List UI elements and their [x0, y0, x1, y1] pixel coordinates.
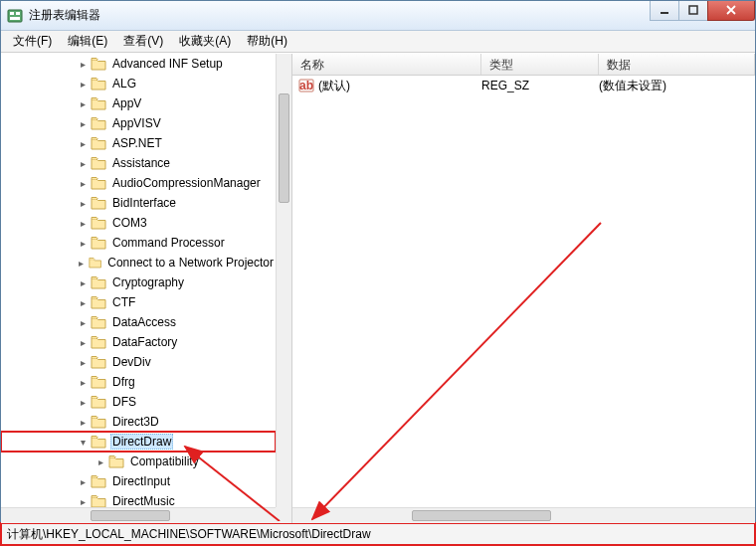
minimize-button[interactable] [650, 1, 679, 21]
tree-node[interactable]: ▸COM3 [1, 213, 276, 233]
chevron-right-icon[interactable]: ▸ [77, 78, 89, 90]
chevron-right-icon[interactable]: ▸ [77, 237, 89, 249]
scrollbar-thumb[interactable] [91, 510, 170, 521]
list-pane: 名称 类型 数据 ab(默认)REG_SZ(数值未设置) [292, 54, 755, 523]
chevron-right-icon[interactable]: ▸ [77, 336, 89, 348]
scrollbar-corner [276, 507, 291, 523]
chevron-right-icon[interactable]: ▸ [77, 257, 87, 269]
maximize-button[interactable] [678, 1, 708, 21]
chevron-right-icon[interactable]: ▸ [77, 58, 89, 70]
tree-view[interactable]: ▸Advanced INF Setup▸ALG▸AppV▸AppVISV▸ASP… [1, 54, 276, 507]
menu-favorites[interactable]: 收藏夹(A) [171, 31, 239, 52]
chevron-right-icon[interactable]: ▸ [77, 177, 89, 189]
tree-node[interactable]: ▸DFS [1, 392, 276, 412]
tree-node-label: Connect to a Network Projector [105, 255, 276, 271]
tree-node[interactable]: ▸DataAccess [1, 312, 276, 332]
chevron-right-icon[interactable]: ▸ [77, 217, 89, 229]
list-view[interactable]: ab(默认)REG_SZ(数值未设置) [292, 76, 755, 523]
tree-node[interactable]: ▸ALG [1, 74, 276, 93]
tree-node-label: BidInterface [110, 195, 178, 211]
tree-node-label: AppV [110, 95, 143, 111]
tree-node[interactable]: ▸DirectInput [1, 471, 276, 491]
chevron-right-icon[interactable]: ▸ [77, 396, 89, 408]
tree-node-label: Command Processor [110, 235, 227, 251]
tree-node[interactable]: ▸Command Processor [1, 233, 276, 253]
svg-rect-0 [8, 10, 22, 22]
chevron-right-icon[interactable]: ▸ [77, 376, 89, 388]
tree-node[interactable]: ▸AudioCompressionManager [1, 173, 276, 193]
tree-node[interactable]: ▸Advanced INF Setup [1, 54, 276, 74]
menu-edit[interactable]: 编辑(E) [60, 31, 115, 52]
tree-node-label: DirectMusic [110, 493, 177, 507]
chevron-right-icon[interactable]: ▸ [77, 97, 89, 109]
tree-node[interactable]: ▸BidInterface [1, 193, 276, 213]
menubar: 文件(F) 编辑(E) 查看(V) 收藏夹(A) 帮助(H) [1, 31, 755, 53]
tree-node-label: AudioCompressionManager [110, 175, 263, 191]
chevron-right-icon[interactable]: ▸ [77, 276, 89, 288]
list-header: 名称 类型 数据 [292, 54, 755, 76]
chevron-right-icon[interactable]: ▸ [77, 316, 89, 328]
tree-node[interactable]: ▸AppV [1, 93, 276, 113]
tree-node-label: ASP.NET [110, 135, 164, 151]
tree-node-label: Compatibility [128, 454, 201, 469]
chevron-right-icon[interactable]: ▸ [77, 296, 89, 308]
svg-rect-3 [10, 17, 20, 20]
menu-file[interactable]: 文件(F) [5, 31, 60, 52]
tree-node[interactable]: ▸Compatibility [1, 452, 276, 471]
column-type[interactable]: 类型 [481, 54, 599, 75]
tree-vertical-scrollbar[interactable] [276, 54, 291, 507]
tree-node[interactable]: ▸Assistance [1, 153, 276, 173]
tree-node[interactable]: ▸Direct3D [1, 412, 276, 432]
chevron-right-icon[interactable]: ▸ [77, 137, 89, 149]
tree-node-label: DataAccess [110, 314, 178, 330]
tree-node[interactable]: ▸DataFactory [1, 332, 276, 352]
list-horizontal-scrollbar[interactable] [292, 507, 755, 523]
tree-node-label: Direct3D [110, 414, 161, 430]
list-row[interactable]: ab(默认)REG_SZ(数值未设置) [292, 76, 755, 95]
tree-node-label: Cryptography [110, 274, 186, 290]
tree-node-label: DFS [110, 394, 138, 410]
tree-node-label: DirectInput [110, 473, 172, 489]
tree-node-label: AppVISV [110, 115, 163, 131]
chevron-right-icon[interactable]: ▸ [77, 197, 89, 209]
tree-node[interactable]: ▸Dfrg [1, 372, 276, 392]
close-button[interactable] [707, 1, 755, 21]
tree-pane: ▸Advanced INF Setup▸ALG▸AppV▸AppVISV▸ASP… [1, 54, 292, 523]
chevron-right-icon[interactable]: ▸ [77, 416, 89, 428]
column-data[interactable]: 数据 [599, 54, 755, 75]
tree-node-label: COM3 [110, 215, 149, 231]
tree-node[interactable]: ▸DirectMusic [1, 491, 276, 507]
tree-horizontal-scrollbar[interactable] [1, 507, 276, 523]
tree-node-label: Dfrg [110, 374, 137, 390]
tree-node-label: CTF [110, 294, 137, 310]
chevron-right-icon[interactable]: ▸ [77, 117, 89, 129]
tree-node[interactable]: ▸CTF [1, 292, 276, 312]
client-area: ▸Advanced INF Setup▸ALG▸AppV▸AppVISV▸ASP… [1, 53, 755, 523]
tree-node[interactable]: ▾DirectDraw [1, 432, 276, 452]
chevron-right-icon[interactable]: ▸ [77, 157, 89, 169]
tree-node-label: DevDiv [110, 354, 153, 370]
svg-rect-2 [16, 12, 20, 15]
chevron-right-icon[interactable]: ▸ [77, 356, 89, 368]
window-title: 注册表编辑器 [29, 7, 651, 24]
scrollbar-thumb[interactable] [279, 93, 289, 203]
regedit-window: 注册表编辑器 文件(F) 编辑(E) 查看(V) 收藏夹(A) 帮助(H) ▸A… [0, 0, 756, 546]
chevron-right-icon[interactable]: ▸ [94, 455, 106, 467]
chevron-right-icon[interactable]: ▸ [77, 475, 89, 487]
column-name[interactable]: 名称 [292, 54, 481, 75]
window-controls [651, 1, 755, 21]
chevron-down-icon[interactable]: ▾ [77, 436, 89, 448]
tree-node[interactable]: ▸DevDiv [1, 352, 276, 372]
titlebar: 注册表编辑器 [1, 1, 755, 31]
string-value-icon: ab [298, 78, 314, 93]
chevron-right-icon[interactable]: ▸ [77, 495, 89, 507]
tree-node-label: Assistance [110, 155, 172, 171]
scrollbar-thumb[interactable] [412, 510, 551, 521]
menu-help[interactable]: 帮助(H) [239, 31, 295, 52]
menu-view[interactable]: 查看(V) [115, 31, 171, 52]
tree-node[interactable]: ▸ASP.NET [1, 133, 276, 153]
tree-node[interactable]: ▸Cryptography [1, 273, 276, 292]
tree-node[interactable]: ▸Connect to a Network Projector [1, 253, 276, 273]
tree-node[interactable]: ▸AppVISV [1, 113, 276, 133]
value-type: REG_SZ [481, 79, 599, 92]
